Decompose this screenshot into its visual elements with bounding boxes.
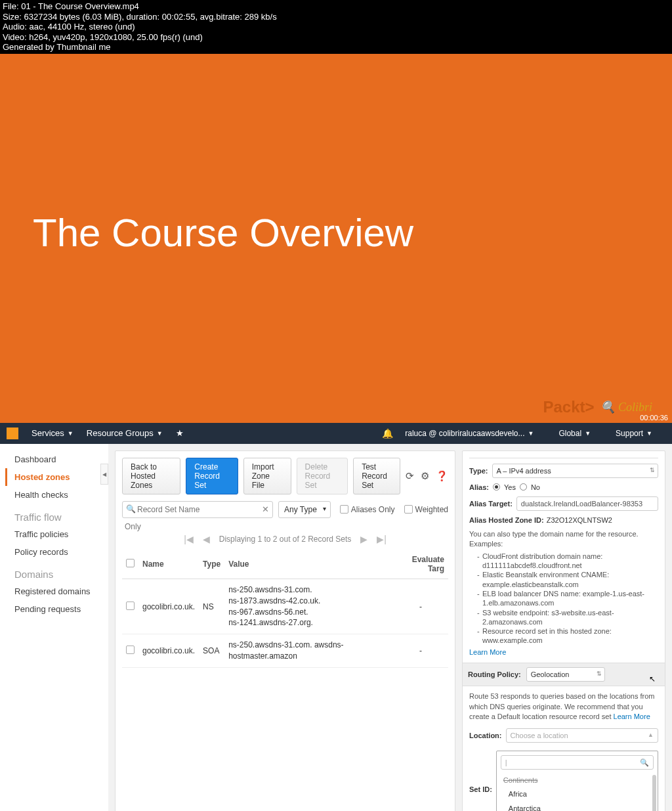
col-name[interactable]: Name <box>138 550 199 579</box>
location-select[interactable]: Choose a location ▲ <box>506 728 659 743</box>
pager-next-icon[interactable]: ▶ <box>360 534 368 544</box>
hint-item: CloudFront distribution domain name: d11… <box>477 552 658 571</box>
pager-first-icon[interactable]: |◀ <box>184 534 194 544</box>
nav-traffic-policies[interactable]: Traffic policies <box>5 525 108 543</box>
dropdown-scrollbar[interactable] <box>652 775 656 811</box>
chevron-up-icon: ▲ <box>648 732 654 738</box>
nav-hosted-zones[interactable]: Hosted zones <box>5 468 108 486</box>
collapse-nav-icon[interactable]: ◀ <box>100 464 108 485</box>
nav-head-domains: Domains <box>5 561 108 582</box>
learn-more-link[interactable]: Learn More <box>469 648 506 656</box>
region-menu[interactable]: Global▼ <box>558 429 591 438</box>
col-eval[interactable]: Evaluate Targ <box>393 550 448 579</box>
test-button[interactable]: Test Record Set <box>353 458 400 494</box>
type-label: Type: <box>469 467 488 475</box>
create-record-button[interactable]: Create Record Set <box>186 458 238 494</box>
type-select[interactable]: A – IPv4 address <box>492 464 658 478</box>
user-menu[interactable]: raluca @ colibriralucaawsdevelo...▼ <box>405 429 534 438</box>
dropdown-item[interactable]: Antarctica <box>497 801 658 811</box>
meta-file: File: 01 - The Course Overview.mp4 <box>3 1 669 12</box>
alias-yes-radio[interactable] <box>493 483 500 491</box>
table-row[interactable]: gocolibri.co.uk.SOAns-250.awsdns-31.com.… <box>122 634 448 668</box>
main-area: Back to Hosted Zones Create Record Set I… <box>108 444 672 811</box>
cell-value: ns-250.awsdns-31.com. awsdns-hostmaster.… <box>224 634 393 668</box>
pager: |◀ ◀ Displaying 1 to 2 out of 2 Record S… <box>122 534 448 544</box>
pin-icon[interactable]: ★ <box>176 428 184 438</box>
resource-groups-menu[interactable]: Resource Groups▼ <box>87 428 163 438</box>
routing-policy-bar: Routing Policy: Geolocation <box>463 663 665 686</box>
row-checkbox[interactable] <box>126 646 135 654</box>
left-nav: ◀ Dashboard Hosted zones Health checks T… <box>0 444 108 811</box>
nav-pending-requests[interactable]: Pending requests <box>5 600 108 618</box>
meta-audio: Audio: aac, 44100 Hz, stereo (und) <box>3 22 669 32</box>
nav-policy-records[interactable]: Policy records <box>5 543 108 561</box>
back-button[interactable]: Back to Hosted Zones <box>122 458 180 494</box>
alias-target-input[interactable] <box>516 496 658 511</box>
clear-search-icon[interactable]: ✕ <box>262 504 269 514</box>
center-column: Back to Hosted Zones Create Record Set I… <box>115 450 455 811</box>
routing-hint: Route 53 responds to queries based on th… <box>469 691 658 722</box>
weighted-checkbox[interactable]: Weighted <box>404 505 448 514</box>
support-menu[interactable]: Support▼ <box>616 429 652 438</box>
search-icon: 🔍 <box>640 758 649 767</box>
alias-no-radio[interactable] <box>520 483 527 491</box>
row-checkbox[interactable] <box>126 602 135 610</box>
hint-item: Resource record set in this hosted zone:… <box>477 626 658 646</box>
table-row[interactable]: gocolibri.co.uk.NSns-250.awsdns-31.com.n… <box>122 579 448 634</box>
nav-registered-domains[interactable]: Registered domains <box>5 582 108 600</box>
cell-type: SOA <box>199 634 224 668</box>
packt-logo: Packt> <box>543 398 594 416</box>
aws-logo-icon[interactable] <box>7 427 18 439</box>
colibri-logo-icon: 🔍 Colibri <box>600 400 652 414</box>
select-all-checkbox[interactable] <box>126 559 135 567</box>
cell-name: gocolibri.co.uk. <box>138 634 199 668</box>
col-type[interactable]: Type <box>199 550 224 579</box>
cell-name: gocolibri.co.uk. <box>138 579 199 634</box>
record-detail-panel: Type: A – IPv4 address Alias: Yes No Ali… <box>462 450 665 811</box>
nav-head-traffic: Traffic flow <box>5 504 108 525</box>
action-button-row: Back to Hosted Zones Create Record Set I… <box>122 458 448 494</box>
col-value[interactable]: Value <box>224 550 393 579</box>
delete-button: Delete Record Set <box>297 458 348 494</box>
slide-brand: Packt> 🔍 Colibri <box>543 398 652 416</box>
location-search-input[interactable]: | 🔍 <box>501 755 654 770</box>
slide-timestamp: 00:00:36 <box>640 414 668 422</box>
routing-learn-more-link[interactable]: Learn More <box>614 712 650 720</box>
search-icon: 🔍 <box>126 504 136 514</box>
nav-dashboard[interactable]: Dashboard <box>5 450 108 468</box>
location-label: Location: <box>469 732 502 739</box>
recordset-search[interactable]: 🔍 ✕ <box>122 501 273 518</box>
pager-last-icon[interactable]: ▶| <box>377 534 387 544</box>
routing-policy-select[interactable]: Geolocation <box>526 667 605 682</box>
help-icon[interactable]: ❓ <box>436 470 448 482</box>
meta-size: Size: 6327234 bytes (6.03 MiB), duration… <box>3 12 669 22</box>
type-filter[interactable]: Any Type <box>278 501 331 518</box>
video-meta-header: File: 01 - The Course Overview.mp4 Size:… <box>0 0 672 54</box>
aliases-only-checkbox[interactable]: Aliases Only <box>340 505 395 514</box>
dropdown-item[interactable]: Africa <box>497 787 658 801</box>
recordset-search-input[interactable] <box>122 501 273 518</box>
aws-body: ◀ Dashboard Hosted zones Health checks T… <box>0 444 672 811</box>
location-dropdown[interactable]: | 🔍 Continents AfricaAntarcticaAsia <box>496 751 658 811</box>
meta-gen: Generated by Thumbnail me <box>3 42 669 53</box>
hint-item: Elastic Beanstalk environment CNAME: exa… <box>477 570 658 589</box>
meta-video: Video: h264, yuv420p, 1920x1080, 25.00 f… <box>3 32 669 43</box>
alias-label: Alias: <box>469 483 489 491</box>
slide-title: The Course Overview <box>33 210 413 255</box>
cell-type: NS <box>199 579 224 634</box>
only-label: Only <box>125 522 448 531</box>
hosted-zone-label: Alias Hosted Zone ID: <box>469 516 544 524</box>
setid-label: Set ID: <box>469 785 492 793</box>
services-menu[interactable]: Services▼ <box>32 428 74 438</box>
gear-icon[interactable]: ⚙ <box>421 470 429 482</box>
nav-health-checks[interactable]: Health checks <box>5 486 108 504</box>
cell-value: ns-250.awsdns-31.com.ns-1873.awsdns-42.c… <box>224 579 393 634</box>
bell-icon[interactable]: 🔔 <box>382 428 393 439</box>
title-slide: The Course Overview Packt> 🔍 Colibri 00:… <box>0 54 672 423</box>
import-button[interactable]: Import Zone File <box>243 458 291 494</box>
cell-eval: - <box>393 634 448 668</box>
refresh-icon[interactable]: ⟳ <box>406 470 414 482</box>
hosted-zone-value: Z32O12XQLNTSW2 <box>547 516 612 524</box>
cell-eval: - <box>393 579 448 634</box>
pager-prev-icon[interactable]: ◀ <box>203 534 210 544</box>
